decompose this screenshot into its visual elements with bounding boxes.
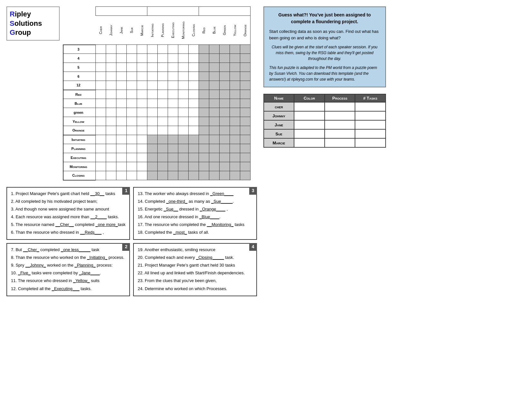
col-planning: Planning <box>157 16 168 45</box>
tasks-row-6: 6 <box>63 72 250 81</box>
cell-t3-cher[interactable] <box>95 45 106 54</box>
answer-table: Name Color Process # Tasks cher Johnny <box>263 94 386 148</box>
answer-jane-color[interactable] <box>294 120 325 129</box>
color-blue-label: Blue <box>63 99 95 108</box>
process-header: Process <box>147 7 199 16</box>
clue-3-3: 15. Energetic _Sue__ dressed in _Orange_… <box>138 206 252 213</box>
answer-marcie-color[interactable] <box>294 138 325 147</box>
clue-1-4: 4. Each resource was assigned more than … <box>11 213 125 220</box>
clue-1-1: 1. Project Manager Pete's gantt chart he… <box>11 190 125 197</box>
process-row-exec: Executing <box>63 153 250 162</box>
answer-johnny-color[interactable] <box>294 111 325 120</box>
info-box: Guess what?! You've just been assigned t… <box>263 6 386 87</box>
answer-sue-name: Sue <box>264 129 294 138</box>
process-row-clos: Closing <box>63 171 250 180</box>
logo-line2: Solutions <box>10 19 56 28</box>
proc-plan-label: Planning <box>63 144 95 153</box>
clue-box-1-number: 1 <box>122 187 130 195</box>
clue-box-2: 2 7. But __Cher_ completed _one less____… <box>6 243 130 296</box>
answer-sue-color[interactable] <box>294 129 325 138</box>
clue-3-4: 16. And one resource dressed in _Blue___… <box>138 213 252 220</box>
proc-mon-label: Monitoring <box>63 162 95 171</box>
col-marcie: Marcie <box>137 16 147 45</box>
answer-jane-process[interactable] <box>325 120 355 129</box>
clue-4-6: 24. Determine who worked on which Proces… <box>138 285 252 292</box>
answer-jane-name: Jane <box>264 120 294 129</box>
answer-header-process: Process <box>325 94 355 102</box>
answer-johnny-tasks[interactable] <box>355 111 386 120</box>
color-row-orange: Orange <box>63 126 250 135</box>
clue-1-2: 2. All completed by his motivated projec… <box>11 198 125 205</box>
left-column: Ripley Solutions Group Resources <box>6 6 257 296</box>
answer-cher-process[interactable] <box>325 102 355 111</box>
logo: Ripley Solutions Group <box>6 6 60 41</box>
answer-sue-process[interactable] <box>325 129 355 138</box>
cell-t3-exec[interactable] <box>168 45 178 54</box>
logo-line1: Ripley <box>10 10 56 19</box>
answer-row-jane: Jane <box>264 120 386 129</box>
cell-t3-marcie[interactable] <box>137 45 147 54</box>
clue-section: 1 1. Project Manager Pete's gantt chart … <box>6 187 257 296</box>
cell-t3-plan[interactable] <box>157 45 168 54</box>
col-orange: Orange <box>240 16 250 45</box>
cell-t3-init[interactable] <box>147 45 157 54</box>
cell-t3-johnny[interactable] <box>106 45 116 54</box>
answer-johnny-process[interactable] <box>325 111 355 120</box>
tasks-row12-label: 12 <box>63 81 95 90</box>
answer-cher-color[interactable] <box>294 102 325 111</box>
color-red-label: Red <box>63 90 95 99</box>
resources-header: Resources <box>95 7 147 16</box>
col-red: Red <box>199 16 209 45</box>
clue-3-6: 18. Completed the _most_ tasks of all. <box>138 229 252 236</box>
col-yellow: Yellow <box>230 16 240 45</box>
col-cher: Cher <box>95 16 106 45</box>
answer-marcie-process[interactable] <box>325 138 355 147</box>
clue-box-3: 3 13. The worker who always dressed in _… <box>133 187 257 240</box>
clue-3-1: 13. The worker who always dressed in _Gr… <box>138 190 252 197</box>
cell-t3-jane[interactable] <box>116 45 126 54</box>
color-header: Color <box>199 7 250 16</box>
answer-marcie-tasks[interactable] <box>355 138 386 147</box>
col-initiating: Initiating <box>147 16 157 45</box>
clue-box-3-number: 3 <box>249 187 257 195</box>
col-blue: Blue <box>209 16 219 45</box>
puzzle-grid: Resources Process Color Cher Johnny Jane <box>63 6 251 181</box>
cell-t3-clos[interactable] <box>188 45 199 54</box>
tasks-row-12: 12 <box>63 81 250 90</box>
logo-r: R <box>10 10 15 18</box>
cell-t3-green <box>219 45 230 54</box>
right-column: Guess what?! You've just been assigned t… <box>263 6 386 148</box>
tasks-row3-label: 3 <box>63 45 95 54</box>
clue-4-4: 22. All lined up and linked with Start/F… <box>138 269 252 277</box>
clue-4-3: 21. Project Manager Pete's gantt chart h… <box>138 262 252 269</box>
cell-t3-mon[interactable] <box>178 45 188 54</box>
answer-jane-tasks[interactable] <box>355 120 386 129</box>
clue-box-2-number: 2 <box>122 243 130 251</box>
answer-row-sue: Sue <box>264 129 386 138</box>
logo-s: S <box>10 19 15 27</box>
answer-header-tasks: # Tasks <box>355 94 386 102</box>
answer-header-name: Name <box>264 94 294 102</box>
color-row-yellow: Yellow <box>63 117 250 126</box>
clue-4-2: 20. Completed each and every _Closing___… <box>138 254 252 261</box>
answer-sue-tasks[interactable] <box>355 129 386 138</box>
proc-init-label: Initiating <box>63 135 95 144</box>
clue-3-5: 17. The resource who completed the __Mon… <box>138 221 252 228</box>
clue-4-5: 23. From the clues that you've been give… <box>138 277 252 284</box>
info-footer: This fun puzzle is adapted to the PM wor… <box>269 65 380 82</box>
clue-4-1: 19. Another enthusiastic, smiling resour… <box>138 246 252 253</box>
proc-exec-label: Executing <box>63 153 95 162</box>
color-orange-label: Orange <box>63 126 95 135</box>
cell-t3-orange <box>240 45 250 54</box>
info-title: Guess what?! You've just been assigned t… <box>269 12 380 25</box>
logo-rest2: olutions <box>15 19 42 27</box>
color-yellow-label: Yellow <box>63 117 95 126</box>
col-monitoring: Monitoring <box>178 16 188 45</box>
color-row-red: Red <box>63 90 250 99</box>
answer-row-cher: cher <box>264 102 386 111</box>
answer-cher-tasks[interactable] <box>355 102 386 111</box>
clue-2-1: 7. But __Cher_ completed _one less_____ … <box>11 246 125 253</box>
cell-t3-sue[interactable] <box>126 45 137 54</box>
clue-box-4-number: 4 <box>249 243 257 251</box>
clue-1-6: 6. Than the resource who dressed in __Re… <box>11 229 125 236</box>
